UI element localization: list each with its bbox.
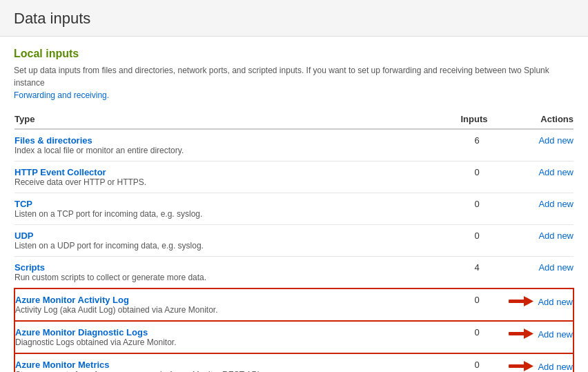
- type-name-link[interactable]: Azure Monitor Metrics: [15, 354, 449, 370]
- table-header-row: Type Inputs Actions: [14, 110, 574, 129]
- table-row: TCPListen on a TCP port for incoming dat…: [14, 193, 574, 225]
- svg-marker-1: [524, 296, 533, 306]
- actions-cell: Add new: [504, 288, 574, 321]
- type-description: Listen on a UDP port for incoming data, …: [14, 241, 449, 256]
- main-content: Local inputs Set up data inputs from fil…: [0, 37, 588, 372]
- actions-cell: Add new: [504, 353, 574, 372]
- svg-marker-5: [524, 361, 533, 371]
- table-row: HTTP Event CollectorReceive data over HT…: [14, 161, 574, 193]
- type-name-link[interactable]: Azure Monitor Diagnostic Logs: [15, 322, 449, 337]
- svg-rect-0: [509, 300, 525, 303]
- col-actions-header: Actions: [504, 110, 574, 129]
- inputs-count: 0: [449, 193, 504, 225]
- add-new-link[interactable]: Add new: [538, 199, 574, 209]
- type-cell: HTTP Event CollectorReceive data over HT…: [14, 161, 449, 193]
- table-row: UDPListen on a UDP port for incoming dat…: [14, 225, 574, 257]
- inputs-count: 0: [449, 353, 504, 372]
- type-description: Diagnostic Logs obtained via Azure Monit…: [15, 337, 449, 353]
- add-new-link[interactable]: Add new: [538, 231, 574, 241]
- actions-cell: Add new: [504, 193, 574, 225]
- inputs-count: 6: [449, 129, 504, 161]
- type-name-link[interactable]: TCP: [14, 193, 449, 209]
- col-type-header: Type: [14, 110, 449, 129]
- red-arrow-icon: [509, 295, 533, 309]
- type-cell: Azure Monitor Activity LogActivity Log (…: [14, 288, 449, 321]
- type-cell: UDPListen on a UDP port for incoming dat…: [14, 225, 449, 257]
- actions-cell: Add new: [504, 225, 574, 257]
- red-arrow-icon: [509, 327, 533, 342]
- type-description: Listen on a TCP port for incoming data, …: [14, 209, 449, 224]
- inputs-count: 0: [449, 321, 504, 353]
- type-description: Activity Log (aka Audit Log) obtained vi…: [15, 305, 449, 320]
- col-inputs-header: Inputs: [449, 110, 504, 129]
- type-cell: Azure Monitor Diagnostic LogsDiagnostic …: [14, 321, 449, 353]
- section-title: Local inputs: [14, 48, 574, 60]
- actions-cell: Add new: [504, 129, 574, 161]
- inputs-count: 0: [449, 161, 504, 193]
- inputs-count: 4: [449, 257, 504, 289]
- inputs-table: Type Inputs Actions Files & directoriesI…: [14, 110, 574, 372]
- type-description: Index a local file or monitor an entire …: [14, 146, 449, 161]
- inputs-count: 0: [449, 288, 504, 321]
- type-description: Receive data over HTTP or HTTPS.: [14, 177, 449, 193]
- svg-rect-2: [509, 332, 525, 335]
- table-row: Files & directoriesIndex a local file or…: [14, 129, 574, 161]
- type-cell: Azure Monitor MetricsStreams events from…: [14, 353, 449, 372]
- add-new-link[interactable]: Add new: [538, 135, 574, 146]
- actions-cell: Add new: [504, 161, 574, 193]
- table-row: ScriptsRun custom scripts to collect or …: [14, 257, 574, 289]
- actions-cell: Add new: [504, 321, 574, 353]
- table-row: Azure Monitor Activity LogActivity Log (…: [14, 288, 574, 321]
- svg-marker-3: [524, 329, 533, 339]
- type-name-link[interactable]: UDP: [14, 225, 449, 241]
- inputs-count: 0: [449, 225, 504, 257]
- type-cell: Files & directoriesIndex a local file or…: [14, 129, 449, 161]
- section-description: Set up data inputs from files and direct…: [14, 64, 574, 101]
- add-new-link[interactable]: Add new: [538, 262, 574, 273]
- page-header: Data inputs: [0, 0, 588, 37]
- red-arrow-icon: [509, 360, 533, 372]
- type-name-link[interactable]: Scripts: [14, 257, 449, 273]
- actions-cell: Add new: [504, 257, 574, 289]
- add-new-link[interactable]: Add new: [538, 362, 573, 372]
- type-name-link[interactable]: Azure Monitor Activity Log: [15, 289, 449, 305]
- table-row: Azure Monitor Diagnostic LogsDiagnostic …: [14, 321, 574, 353]
- description-text: Set up data inputs from files and direct…: [14, 66, 549, 88]
- add-new-link[interactable]: Add new: [538, 167, 574, 177]
- type-cell: TCPListen on a TCP port for incoming dat…: [14, 193, 449, 225]
- type-cell: ScriptsRun custom scripts to collect or …: [14, 257, 449, 289]
- type-name-link[interactable]: Files & directories: [14, 130, 449, 146]
- forwarding-receiving-link[interactable]: Forwarding and receiving.: [14, 90, 109, 100]
- page-title: Data inputs: [14, 10, 574, 28]
- add-new-link[interactable]: Add new: [538, 329, 573, 340]
- add-new-link[interactable]: Add new: [538, 297, 573, 307]
- table-row: Azure Monitor MetricsStreams events from…: [14, 353, 574, 372]
- type-description: Run custom scripts to collect or generat…: [14, 273, 449, 288]
- svg-rect-4: [509, 364, 525, 368]
- type-name-link[interactable]: HTTP Event Collector: [14, 161, 449, 177]
